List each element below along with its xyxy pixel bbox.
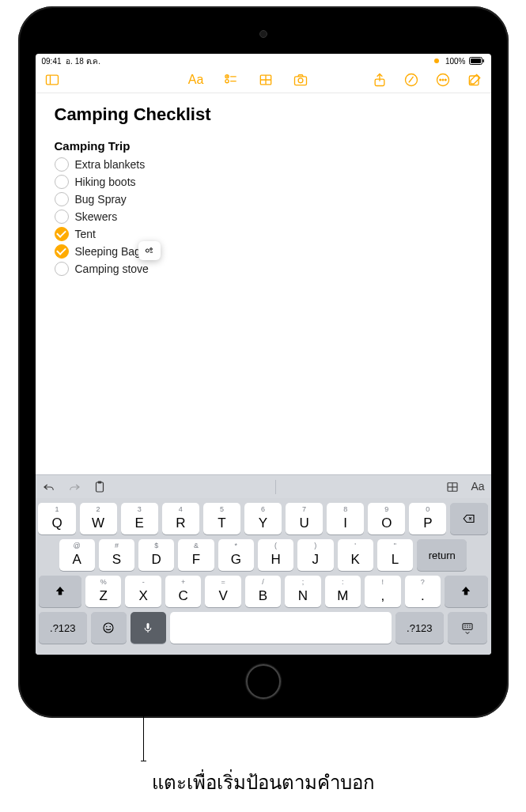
text-selection-popup[interactable] xyxy=(138,241,161,260)
key-s[interactable]: #S xyxy=(99,539,134,571)
key-j[interactable]: )J xyxy=(297,539,333,571)
shift-key-left[interactable] xyxy=(39,576,82,607)
checklist-item[interactable]: Camping stove xyxy=(55,262,472,276)
key-.[interactable]: ?. xyxy=(405,576,441,607)
checkbox-icon[interactable] xyxy=(55,175,69,189)
key-k[interactable]: 'K xyxy=(338,539,373,571)
redo-icon[interactable] xyxy=(67,480,81,494)
key-u[interactable]: 7U xyxy=(286,503,323,534)
svg-rect-4 xyxy=(46,75,58,85)
note-title: Camping Checklist xyxy=(55,104,472,125)
notes-toolbar: Aa xyxy=(36,66,491,93)
key-,[interactable]: !, xyxy=(365,576,400,607)
share-icon[interactable] xyxy=(371,71,388,89)
dismiss-keyboard-key[interactable] xyxy=(448,612,487,644)
numbers-key-left[interactable]: .?123 xyxy=(39,612,88,644)
note-body[interactable]: Camping Checklist Camping Trip Extra bla… xyxy=(36,93,491,474)
checklist-item[interactable]: Bug Spray xyxy=(55,192,472,206)
key-e[interactable]: 3E xyxy=(121,503,158,534)
checklist-item-label: Skewers xyxy=(75,210,118,223)
key-q[interactable]: 1Q xyxy=(38,503,75,534)
key-c[interactable]: +C xyxy=(165,576,201,607)
key-t[interactable]: 5T xyxy=(203,503,240,534)
key-w[interactable]: 2W xyxy=(80,503,117,534)
checklist-item[interactable]: Sleeping Bag xyxy=(55,244,472,259)
key-r[interactable]: 4R xyxy=(162,503,199,534)
divider xyxy=(275,480,276,494)
checkbox-icon[interactable] xyxy=(55,192,69,206)
on-screen-keyboard: 1Q2W3E4R5T6Y7U8I9O0P @A#S$D&F*G(H)J'K"Lr… xyxy=(36,498,491,655)
key-h[interactable]: (H xyxy=(258,539,293,571)
key-i[interactable]: 8I xyxy=(327,503,364,534)
key-x[interactable]: -X xyxy=(125,576,161,607)
callout-leader-line xyxy=(143,666,144,761)
checklist-item-label: Hiking boots xyxy=(75,176,136,188)
ipad-frame: 09:41 อ. 18 ต.ค. 100% xyxy=(18,6,509,718)
checklist-item[interactable]: Extra blankets xyxy=(55,157,472,172)
svg-point-14 xyxy=(298,77,303,82)
shift-key-right[interactable] xyxy=(445,576,488,607)
key-g[interactable]: *G xyxy=(218,539,254,571)
emoji-key[interactable] xyxy=(91,612,127,644)
checklist-item[interactable]: Hiking boots xyxy=(55,175,472,189)
note-subtitle: Camping Trip xyxy=(55,139,472,153)
key-m[interactable]: :M xyxy=(325,576,361,607)
checklist-icon[interactable] xyxy=(222,71,240,89)
paste-icon[interactable] xyxy=(93,480,107,494)
svg-point-8 xyxy=(225,79,228,82)
key-f[interactable]: &F xyxy=(178,539,214,571)
svg-point-29 xyxy=(104,623,113,633)
undo-icon[interactable] xyxy=(42,480,56,494)
key-n[interactable]: ;N xyxy=(285,576,320,607)
checkbox-icon[interactable] xyxy=(55,262,69,276)
compose-icon[interactable] xyxy=(466,71,483,89)
svg-point-30 xyxy=(106,626,108,628)
checklist-item[interactable]: Tent xyxy=(55,227,472,241)
status-bar: 09:41 อ. 18 ต.ค. 100% xyxy=(36,54,491,66)
key-a[interactable]: @A xyxy=(59,539,95,571)
callout: แตะเพื่อเริ่มป้อนตามคำบอก xyxy=(18,718,509,798)
front-camera xyxy=(259,30,267,38)
svg-point-22 xyxy=(146,249,149,252)
numbers-key-right[interactable]: .?123 xyxy=(395,612,445,644)
status-date: อ. 18 ต.ค. xyxy=(66,57,100,66)
callout-text: แตะเพื่อเริ่มป้อนตามคำบอก xyxy=(18,767,509,798)
key-z[interactable]: %Z xyxy=(85,576,121,607)
more-icon[interactable] xyxy=(434,71,452,89)
format-text-icon[interactable]: Aa xyxy=(187,71,205,89)
checkbox-icon[interactable] xyxy=(55,227,69,241)
checklist-item[interactable]: Skewers xyxy=(55,210,472,224)
battery-pct: 100% xyxy=(445,57,466,66)
home-button[interactable] xyxy=(246,664,281,699)
key-d[interactable]: $D xyxy=(138,539,174,571)
key-o[interactable]: 9O xyxy=(368,503,405,534)
svg-point-19 xyxy=(442,79,444,81)
checkbox-icon[interactable] xyxy=(55,157,69,172)
return-key[interactable]: return xyxy=(417,539,467,571)
backspace-key[interactable] xyxy=(450,503,487,534)
table-insert-icon[interactable] xyxy=(445,480,460,494)
svg-point-23 xyxy=(149,248,152,251)
checkbox-icon[interactable] xyxy=(55,210,69,224)
key-v[interactable]: =V xyxy=(205,576,240,607)
svg-point-31 xyxy=(110,626,112,628)
camera-icon[interactable] xyxy=(292,71,309,89)
sidebar-toggle-icon[interactable] xyxy=(44,71,61,89)
key-b[interactable]: /B xyxy=(245,576,281,607)
svg-rect-2 xyxy=(471,59,481,63)
checklist-item-label: Bug Spray xyxy=(75,193,127,206)
format-aa-icon[interactable]: Aa xyxy=(471,480,484,494)
checklist-item-label: Extra blankets xyxy=(75,158,146,171)
status-time: 09:41 xyxy=(42,57,62,66)
space-key[interactable] xyxy=(170,612,392,644)
key-y[interactable]: 6Y xyxy=(244,503,282,534)
svg-rect-3 xyxy=(482,59,484,62)
checkbox-icon[interactable] xyxy=(55,244,69,259)
svg-rect-32 xyxy=(147,623,149,629)
battery-icon xyxy=(469,57,485,65)
table-icon[interactable] xyxy=(257,71,274,89)
markup-icon[interactable] xyxy=(403,71,420,89)
key-l[interactable]: "L xyxy=(377,539,413,571)
dictation-key[interactable] xyxy=(131,612,166,644)
key-p[interactable]: 0P xyxy=(409,503,446,534)
